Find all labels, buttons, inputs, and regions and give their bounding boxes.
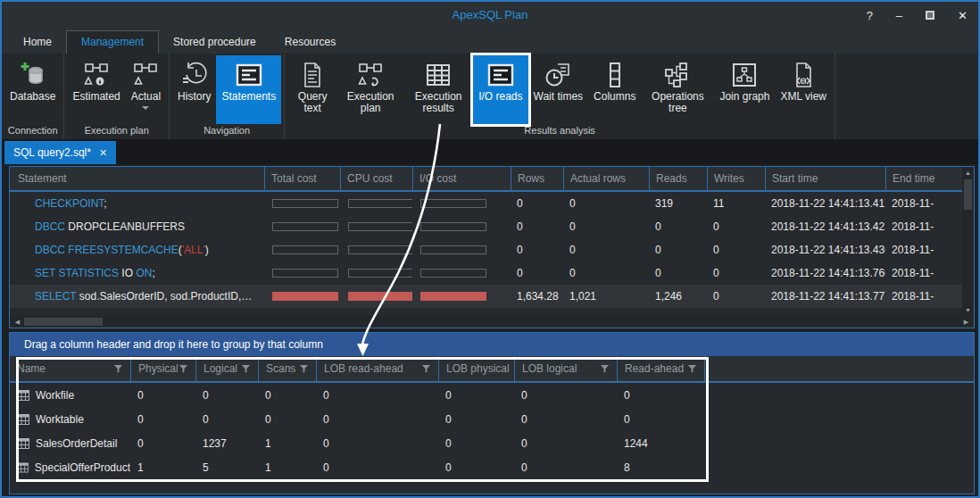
filter-icon[interactable] [600,364,610,374]
column-header-statement[interactable]: Statement [10,167,264,190]
io-cost-cell [412,222,511,231]
query-text-button-label: Query text [293,91,332,114]
tab-close-icon[interactable]: ✕ [99,147,107,159]
cost-bar [348,222,412,231]
ribbon-group-label-navigation: Navigation [170,124,284,139]
database-button[interactable]: Database [4,55,61,124]
scroll-up-icon[interactable]: ▲ [962,167,974,178]
statement-token-keyword: CHECKPOINT [35,197,104,210]
scroll-left-icon[interactable]: ◀ [12,316,23,328]
cpu-cost-cell [340,292,412,301]
end-time-cell: 2018-11- [885,267,962,279]
io-cost-cell [412,269,511,278]
io-grid-row[interactable]: Workfile0000000 [10,383,974,407]
join-graph-button[interactable]: Join graph [714,55,775,124]
io-column-header-scans[interactable]: Scans [258,356,316,381]
scrollbar-thumb[interactable] [964,179,972,210]
statements-button[interactable]: Statements [216,55,281,124]
query-text-button[interactable]: Query text [287,55,337,124]
io-column-header-physical[interactable]: Physical [130,356,195,381]
column-header-writes[interactable]: Writes [707,167,765,190]
filter-icon[interactable] [687,364,697,374]
io-grid-row[interactable]: Worktable0000000 [10,407,974,431]
column-header-total-cost[interactable]: Total cost [264,167,340,190]
filter-icon[interactable] [421,364,431,374]
statement-row[interactable]: SET STATISTICS IO ON;00002018-11-22 14:4… [10,261,974,285]
scroll-right-icon[interactable]: ▶ [960,316,972,328]
io-column-header-name[interactable]: Name [10,356,130,381]
io-value-cell: 0 [195,413,258,426]
statement-row[interactable]: SELECT sod.SalesOrderID, sod.ProductID,…… [10,285,974,308]
column-header-cpu-cost[interactable]: CPU cost [340,167,412,190]
columns-button[interactable]: Columns [588,55,641,124]
statement-token-keyword: SET STATISTICS [35,267,121,279]
statements-icon [235,59,263,91]
cost-bar [420,292,486,301]
io-value-cell: 0 [316,461,438,474]
column-header-end-time[interactable]: End time [885,167,962,190]
maximize-button[interactable] [926,11,934,20]
statement-token-plain: ; [104,197,106,210]
column-header-i-o-cost[interactable]: I/O cost [412,167,511,190]
io-column-label: LOB read-ahead [324,362,403,375]
io-reads-button[interactable]: I/O reads [473,55,527,124]
close-button[interactable]: ✕ [958,9,968,22]
total-cost-cell [264,245,340,254]
writes-cell: 0 [707,220,765,233]
filter-icon[interactable] [179,364,188,374]
io-column-header-lob-logical[interactable]: LOB logical [514,356,617,381]
execution-plan-button[interactable]: Execution plan [337,55,403,124]
history-button[interactable]: History [172,55,216,124]
io-value-cell: 0 [617,389,704,402]
column-header-start-time[interactable]: Start time [765,167,885,190]
statements-vertical-scrollbar[interactable]: ▲ ▼ [962,167,974,316]
menu-tab-stored-procedure[interactable]: Stored procedure [159,31,270,54]
statements-horizontal-scrollbar[interactable]: ◀ ▶ [10,316,974,328]
statement-row[interactable]: CHECKPOINT;00319112018-11-22 14:41:13.41… [10,192,974,215]
ribbon-group-label-results-analysis: Results analysis [285,124,835,139]
document-tab-sql-query2[interactable]: SQL query2.sql* ✕ [4,141,116,164]
io-value-cell: 5 [195,461,258,474]
io-column-header-logical[interactable]: Logical [195,356,258,381]
io-column-header-read-ahead[interactable]: Read-ahead [617,356,704,381]
cost-bar [272,199,338,208]
wait-times-button[interactable]: Wait times [528,55,589,124]
xml-view-button[interactable]: XML view [775,55,832,124]
dropdown-caret-icon[interactable] [142,106,149,110]
table-icon [17,438,29,449]
menu-tab-management[interactable]: Management [66,30,159,54]
io-grid-row[interactable]: SpecialOfferProduct1510008 [10,455,974,479]
io-column-label: Physical [138,362,179,375]
column-header-rows[interactable]: Rows [511,167,563,190]
estimated-button[interactable]: Estimated [67,55,125,124]
column-header-actual-rows[interactable]: Actual rows [563,167,649,190]
actual-rows-cell: 0 [563,244,649,256]
group-by-bar-text: Drag a column header and drop it here to… [24,338,323,351]
statement-row[interactable]: DBCC FREESYSTEMCACHE('ALL')00002018-11-2… [10,238,974,261]
window-controls: ? – ✕ [867,2,968,29]
io-column-header-lob-read-ahead[interactable]: LOB read-ahead [316,356,438,381]
filter-icon[interactable] [241,364,251,374]
minimize-button[interactable]: – [896,9,902,22]
operations-tree-button[interactable]: Operations tree [641,55,714,124]
column-header-reads[interactable]: Reads [649,167,707,190]
execution-results-button[interactable]: Execution results [403,55,473,124]
reads-cell: 0 [649,220,707,233]
group-by-bar[interactable]: Drag a column header and drop it here to… [10,333,974,356]
statement-row[interactable]: DBCC DROPCLEANBUFFERS00002018-11-22 14:4… [10,215,974,238]
help-button[interactable]: ? [867,9,873,22]
scrollbar-thumb[interactable] [24,318,103,326]
menu-tab-home[interactable]: Home [9,31,66,54]
statement-cell: SET STATISTICS IO ON; [10,267,264,279]
actual-button[interactable]: Actual [126,55,166,124]
filter-icon[interactable] [299,364,309,374]
statement-token-keyword: ON [136,267,152,279]
io-value-cell: 0 [514,389,617,402]
io-column-header-lob-physical[interactable]: LOB physical [438,356,514,381]
estimated-plan-icon [82,59,111,91]
io-grid-row[interactable]: SalesOrderDetail0123710001244 [10,431,974,455]
filter-icon[interactable] [113,364,123,374]
menu-tab-resources[interactable]: Resources [270,31,350,54]
io-name-label: Workfile [36,389,74,402]
scroll-down-icon[interactable]: ▼ [962,304,974,316]
